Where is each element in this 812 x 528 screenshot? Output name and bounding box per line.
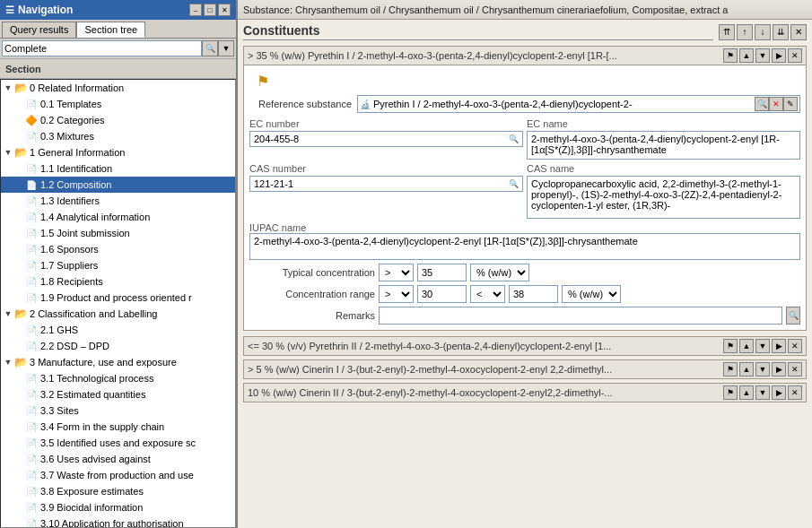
tree-item-3-4[interactable]: 📄 3.4 Form in the supply chain xyxy=(1,419,235,435)
tree-item-1-2[interactable]: 📄 1.2 Composition xyxy=(1,177,235,193)
tree-item-3-8[interactable]: 📄 3.8 Exposure estimates xyxy=(1,483,235,499)
expand-3.4[interactable] xyxy=(13,421,24,432)
tab-query-results[interactable]: Query results xyxy=(2,22,76,38)
expand-1[interactable]: ▼ xyxy=(3,147,13,158)
c2-close-button[interactable]: ✕ xyxy=(788,339,802,353)
tree-item-1[interactable]: ▼ 📂 1 General Information xyxy=(1,144,235,160)
ref-search-button[interactable]: 🔍 xyxy=(755,97,769,111)
tree-item-1-9[interactable]: 📄 1.9 Product and process oriented r xyxy=(1,290,235,306)
c3-flag-button[interactable]: ⚑ xyxy=(723,362,738,377)
ref-edit-button[interactable]: ✎ xyxy=(783,97,798,111)
c3-expand-button[interactable]: ▶ xyxy=(772,362,786,377)
search-button[interactable]: 🔍 xyxy=(202,40,218,56)
expand-3.7[interactable] xyxy=(13,470,24,480)
typical-conc-input[interactable] xyxy=(417,264,467,281)
c3-up-button[interactable]: ▲ xyxy=(739,362,754,377)
tree-item-3-1[interactable]: 📄 3.1 Technological process xyxy=(1,370,235,386)
expand-3.1[interactable] xyxy=(13,373,24,384)
expand-1.5[interactable] xyxy=(13,228,24,238)
c4-flag-button[interactable]: ⚑ xyxy=(723,385,738,400)
expand-0.1[interactable] xyxy=(13,99,24,109)
tree-item-3[interactable]: ▼ 📂 3 Manufacture, use and exposure xyxy=(1,354,235,370)
move-down-button[interactable]: ↓ xyxy=(755,24,771,40)
constituent-close-button[interactable]: ✕ xyxy=(788,48,802,63)
tree-item-3-3[interactable]: 📄 3.3 Sites xyxy=(1,402,235,419)
close-button[interactable]: ✕ xyxy=(218,4,231,16)
c2-expand-button[interactable]: ▶ xyxy=(772,339,786,353)
c2-down-button[interactable]: ▼ xyxy=(755,339,770,353)
tree-item-1-4[interactable]: 📄 1.4 Analytical information xyxy=(1,209,235,225)
c4-expand-button[interactable]: ▶ xyxy=(772,385,786,400)
constituent-down-button[interactable]: ▼ xyxy=(755,48,770,63)
expand-3[interactable]: ▼ xyxy=(3,357,13,368)
expand-3.3[interactable] xyxy=(13,405,24,416)
expand-0.2[interactable] xyxy=(13,115,24,126)
expand-3.8[interactable] xyxy=(13,486,24,497)
tree-item-1-5[interactable]: 📄 1.5 Joint submission xyxy=(1,225,235,241)
expand-0[interactable]: ▼ xyxy=(3,82,13,93)
c3-down-button[interactable]: ▼ xyxy=(755,362,770,377)
tree-item-2-1[interactable]: 📄 2.1 GHS xyxy=(1,322,235,338)
tree-item-3-6[interactable]: 📄 3.6 Uses advised against xyxy=(1,451,235,467)
expand-1.4[interactable] xyxy=(13,212,24,222)
expand-1.2[interactable] xyxy=(13,179,24,190)
expand-3.5[interactable] xyxy=(13,437,24,448)
constituent-expand-button[interactable]: ▶ xyxy=(772,48,786,63)
expand-1.1[interactable] xyxy=(13,163,24,174)
c4-close-button[interactable]: ✕ xyxy=(788,385,802,400)
tree-item-3-9[interactable]: 📄 3.9 Biocidal information xyxy=(1,499,235,515)
typical-conc-unit-select[interactable]: % (w/w) % (v/v) % (w/v) xyxy=(470,264,529,281)
conc-range-val2-input[interactable] xyxy=(509,285,558,303)
cas-search-icon[interactable]: 🔍 xyxy=(509,179,519,188)
tree-item-2[interactable]: ▼ 📂 2 Classification and Labelling xyxy=(1,306,235,322)
move-bottom-button[interactable]: ⇊ xyxy=(773,24,789,40)
c2-up-button[interactable]: ▲ xyxy=(739,339,754,353)
minimize-button[interactable]: – xyxy=(189,4,202,16)
ec-search-icon[interactable]: 🔍 xyxy=(509,134,519,143)
tree-item-0[interactable]: ▼ 📂 0 Related Information xyxy=(1,80,235,96)
expand-1.3[interactable] xyxy=(13,195,24,206)
expand-1.8[interactable] xyxy=(13,276,24,287)
expand-3.6[interactable] xyxy=(13,454,24,464)
tree-item-3-10[interactable]: 📄 3.10 Application for authorisation xyxy=(1,515,235,528)
expand-0.3[interactable] xyxy=(13,131,24,142)
tree-item-0-3[interactable]: 📄 0.3 Mixtures xyxy=(1,128,235,144)
tree-item-1-6[interactable]: 📄 1.6 Sponsors xyxy=(1,241,235,257)
tab-section-tree[interactable]: Section tree xyxy=(76,22,145,38)
search-input[interactable] xyxy=(2,40,202,56)
tree-item-3-7[interactable]: 📄 3.7 Waste from production and use xyxy=(1,467,235,483)
c2-flag-button[interactable]: ⚑ xyxy=(723,339,738,353)
tree-item-2-2[interactable]: 📄 2.2 DSD – DPD xyxy=(1,338,235,354)
c3-close-button[interactable]: ✕ xyxy=(788,362,802,377)
expand-2[interactable]: ▼ xyxy=(3,308,13,319)
expand-3.2[interactable] xyxy=(13,389,24,400)
c4-down-button[interactable]: ▼ xyxy=(755,385,770,400)
typical-conc-op-select[interactable]: > >= = <= < xyxy=(379,264,414,281)
expand-1.6[interactable] xyxy=(13,244,24,255)
c4-up-button[interactable]: ▲ xyxy=(739,385,754,400)
expand-1.7[interactable] xyxy=(13,260,24,271)
expand-2.2[interactable] xyxy=(13,341,24,351)
tree-item-1-7[interactable]: 📄 1.7 Suppliers xyxy=(1,257,235,273)
scroll-up-button[interactable]: ▼ xyxy=(218,40,234,56)
tree-item-1-1[interactable]: 📄 1.1 Identification xyxy=(1,160,235,177)
move-up-button[interactable]: ↑ xyxy=(737,24,753,40)
remarks-search-button[interactable]: 🔍 xyxy=(786,307,800,325)
tree-item-0-1[interactable]: 📄 0.1 Templates xyxy=(1,96,235,112)
expand-3.10[interactable] xyxy=(13,518,24,528)
constituent-up-button[interactable]: ▲ xyxy=(739,48,754,63)
expand-3.9[interactable] xyxy=(13,502,24,513)
conc-range-op1-select[interactable]: > >= = xyxy=(379,285,414,303)
add-constituent-button[interactable]: ✕ xyxy=(790,24,807,40)
expand-2.1[interactable] xyxy=(13,325,24,335)
ref-clear-button[interactable]: ✕ xyxy=(769,97,783,111)
conc-range-unit-select[interactable]: % (w/w) % (v/v) % (w/v) xyxy=(562,285,621,303)
tree-item-1-3[interactable]: 📄 1.3 Identifiers xyxy=(1,193,235,209)
conc-range-op2-select[interactable]: < <= = xyxy=(470,285,505,303)
expand-1.9[interactable] xyxy=(13,292,24,303)
tree-item-0-2[interactable]: 🔶 0.2 Categories xyxy=(1,112,235,128)
remarks-input[interactable] xyxy=(379,307,782,325)
tree-item-1-8[interactable]: 📄 1.8 Recipients xyxy=(1,273,235,290)
tree-item-3-5[interactable]: 📄 3.5 Identified uses and exposure sc xyxy=(1,435,235,451)
maximize-button[interactable]: □ xyxy=(204,4,216,16)
